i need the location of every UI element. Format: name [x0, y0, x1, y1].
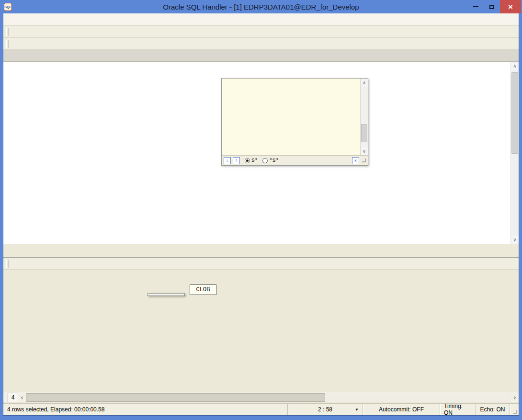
scrollbar-thumb[interactable] — [511, 72, 518, 154]
chevron-down-icon[interactable]: ▼ — [355, 408, 359, 412]
scroll-right-icon[interactable]: › — [511, 393, 519, 402]
scroll-down-icon[interactable]: ∨ — [511, 236, 519, 244]
session-toolbar — [3, 38, 519, 50]
toolbar-grip[interactable] — [6, 40, 9, 48]
clob-tooltip: CLOB — [190, 284, 216, 295]
scroll-up-icon[interactable]: ∧ — [361, 79, 368, 87]
menu-bar — [3, 13, 519, 26]
toolbar-grip[interactable] — [6, 260, 9, 268]
radio-label: *S* — [269, 158, 279, 163]
editor-vertical-scrollbar[interactable]: ∧ ∨ — [511, 62, 519, 244]
session-tabstrip — [3, 50, 519, 61]
minimize-button[interactable] — [467, 0, 484, 13]
close-button[interactable]: ✕ — [500, 0, 521, 13]
horizontal-scrollbar: 4 ‹ › — [3, 392, 519, 402]
match-contains-radio[interactable]: *S* — [262, 158, 279, 163]
title-bar: SQL Oracle SQL Handler - [1] EDRP3DATA01… — [0, 0, 522, 13]
autocomplete-popup: ∧ ∨ ↓ ↑ S* *S* ✕ — [221, 78, 368, 166]
scrollbar-thumb[interactable] — [361, 124, 367, 142]
scroll-down-icon[interactable]: ∨ — [361, 147, 368, 155]
window-title: Oracle SQL Handler - [1] EDRP3DATA01@EDR… — [0, 3, 522, 11]
scroll-up-icon[interactable]: ∧ — [511, 62, 519, 70]
autocomplete-controls: ↓ ↑ S* *S* ✕ — [222, 155, 368, 165]
echo-status: Echo: ON — [476, 404, 510, 415]
toolbar-grip[interactable] — [6, 28, 9, 36]
splitter[interactable] — [3, 244, 519, 247]
row-count-button[interactable]: 4 — [8, 393, 18, 402]
radio-label: S* — [251, 158, 258, 163]
cursor-position[interactable]: 2 : 58▼ — [288, 404, 363, 415]
scrollbar-track[interactable] — [26, 393, 511, 402]
scroll-left-icon[interactable]: ‹ — [18, 393, 26, 402]
results-toolbar — [3, 258, 519, 270]
scrollbar-thumb[interactable] — [26, 393, 325, 402]
popup-resize-grip[interactable] — [362, 159, 366, 162]
popup-scrollbar[interactable]: ∧ ∨ — [360, 79, 368, 155]
move-up-button[interactable]: ↑ — [233, 157, 240, 164]
main-toolbar — [3, 26, 519, 38]
move-down-button[interactable]: ↓ — [224, 157, 231, 164]
popup-close-button[interactable]: ✕ — [352, 157, 359, 164]
match-prefix-radio[interactable]: S* — [245, 158, 258, 163]
app-window: SQL Oracle SQL Handler - [1] EDRP3DATA01… — [0, 0, 522, 420]
app-icon: SQL — [4, 3, 12, 11]
status-bar: 4 rows selected, Elapsed: 00:00:00.58 2 … — [3, 403, 519, 415]
status-rows-info: 4 rows selected, Elapsed: 00:00:00.58 — [3, 404, 288, 415]
cursor-position-value: 2 : 58 — [318, 406, 332, 413]
sql-editor[interactable]: ∧ ∨ ∧ ∨ ↓ ↑ S* *S* ✕ — [3, 61, 519, 244]
resize-grip[interactable] — [513, 410, 517, 414]
autocommit-status: Autocommit: OFF — [363, 404, 440, 415]
maximize-button[interactable] — [484, 0, 500, 13]
timing-status: Timing: ON — [440, 404, 476, 415]
results-area: CLOB — [3, 270, 519, 392]
bottom-tabstrip — [3, 247, 519, 258]
context-menu — [148, 293, 185, 296]
